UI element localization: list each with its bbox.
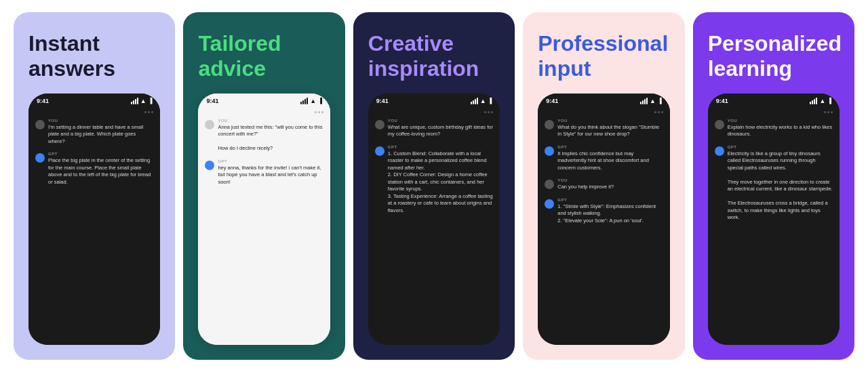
end-dot — [231, 180, 235, 184]
phone-body: YOUI'm setting a dinner table and have a… — [28, 107, 160, 345]
dots-menu[interactable] — [545, 111, 663, 113]
end-dot — [741, 216, 744, 220]
dot3 — [661, 111, 663, 113]
gpt-avatar — [375, 146, 384, 156]
dot3 — [491, 111, 493, 113]
battery-icon: ▐ — [658, 98, 662, 104]
dots-menu[interactable] — [375, 111, 493, 113]
battery-icon: ▐ — [318, 98, 322, 104]
message-row: YOUAnna just texted me this: "will you c… — [205, 119, 323, 152]
phone-status-icons: ▲ ▐ — [300, 98, 322, 104]
phone-status-icons: ▲ ▐ — [131, 98, 153, 104]
battery-icon: ▐ — [149, 98, 153, 104]
phone-topbar: 9:41 ▲ ▐ — [28, 94, 160, 107]
wifi-icon: ▲ — [819, 98, 825, 104]
phone-body: YOUAnna just texted me this: "will you c… — [198, 107, 330, 345]
gpt-avatar — [715, 146, 724, 156]
cards-container: Instant answers 9:41 ▲ ▐ YOUI'm setting … — [0, 0, 868, 372]
card-creative-inspiration: Creative inspiration 9:41 ▲ ▐ YOUWhat ar… — [353, 12, 515, 360]
you-avatar — [35, 120, 45, 129]
message-row: YOUExplain how electricity works to a ki… — [715, 119, 833, 138]
signal-icon — [131, 98, 138, 104]
message-label: YOU — [48, 119, 153, 123]
card-title-instant-answers: Instant answers — [28, 31, 160, 81]
signal-icon — [471, 98, 478, 104]
card-tailored-advice: Tailored advice 9:41 ▲ ▐ YOUAnna just te… — [183, 12, 344, 360]
phone-topbar: 9:41 ▲ ▐ — [708, 94, 840, 107]
phone-personalized-learning: 9:41 ▲ ▐ YOUExplain how electricity work… — [708, 94, 840, 345]
battery-icon: ▐ — [827, 98, 831, 104]
message-label: GPT — [728, 145, 833, 149]
wifi-icon: ▲ — [480, 98, 486, 104]
message-content: YOUWhat are unique, custom birthday gift… — [388, 119, 493, 138]
dots-menu[interactable] — [205, 111, 323, 113]
dots-menu[interactable] — [35, 111, 153, 113]
message-text: hey anna, thanks for the invite! i can't… — [218, 165, 323, 186]
card-title-professional-input: Professional input — [538, 31, 669, 81]
signal-icon — [810, 98, 817, 104]
card-professional-input: Professional input 9:41 ▲ ▐ YOUWhat do y… — [523, 12, 684, 360]
message-row: YOUI'm setting a dinner table and have a… — [35, 119, 153, 146]
phone-time: 9:41 — [376, 98, 389, 104]
message-row: GPTElectricity is like a group of tiny d… — [715, 145, 833, 222]
phone-time: 9:41 — [546, 98, 558, 104]
dot1 — [654, 111, 656, 113]
phone-status-icons: ▲ ▐ — [810, 98, 831, 104]
message-text: I'm setting a dinner table and have a sm… — [48, 124, 153, 146]
message-content: YOUI'm setting a dinner table and have a… — [48, 119, 153, 146]
you-avatar — [545, 180, 554, 189]
message-content: YOUAnna just texted me this: "will you c… — [218, 119, 323, 152]
phone-topbar: 9:41 ▲ ▐ — [368, 94, 500, 107]
message-label: GPT — [557, 145, 663, 149]
dot3 — [321, 111, 323, 113]
phone-professional-input: 9:41 ▲ ▐ YOUWhat do you think about the … — [538, 94, 669, 345]
message-content: GPT1. "Stride with Style": Emphasizes co… — [557, 198, 663, 225]
dot1 — [484, 111, 486, 113]
dot1 — [144, 111, 146, 113]
you-avatar — [545, 120, 554, 129]
dot2 — [488, 111, 490, 113]
card-title-personalized-learning: Personalized learning — [708, 31, 842, 81]
dot2 — [658, 111, 660, 113]
wifi-icon: ▲ — [140, 98, 146, 104]
message-label: GPT — [557, 198, 663, 202]
card-title-creative-inspiration: Creative inspiration — [368, 31, 500, 81]
dot2 — [148, 111, 150, 113]
message-text: It implies chic confidence but may inadv… — [557, 150, 663, 172]
gpt-avatar — [205, 161, 214, 170]
card-personalized-learning: Personalized learning 9:41 ▲ ▐ YOUExplai… — [693, 12, 854, 360]
gpt-avatar — [545, 199, 554, 209]
message-content: GPT1. Custom Blend: Collaborate with a l… — [388, 145, 493, 215]
message-label: YOU — [388, 119, 493, 123]
dot1 — [315, 111, 317, 113]
wifi-icon: ▲ — [310, 98, 316, 104]
message-row: YOUWhat do you think about the slogan "S… — [545, 119, 663, 138]
end-dot — [644, 219, 648, 222]
message-label: YOU — [557, 178, 663, 182]
dot2 — [318, 111, 320, 113]
phone-time: 9:41 — [716, 98, 728, 104]
you-avatar — [715, 120, 724, 129]
phone-topbar: 9:41 ▲ ▐ — [198, 94, 330, 107]
dots-menu[interactable] — [715, 111, 833, 113]
signal-icon — [640, 98, 648, 104]
message-text: Explain how electricity works to a kid w… — [728, 124, 833, 138]
battery-icon: ▐ — [488, 98, 492, 104]
message-row: GPTIt implies chic confidence but may in… — [545, 145, 663, 172]
message-content: GPTIt implies chic confidence but may in… — [557, 145, 663, 172]
phone-creative-inspiration: 9:41 ▲ ▐ YOUWhat are unique, custom birt… — [368, 94, 500, 345]
card-instant-answers: Instant answers 9:41 ▲ ▐ YOUI'm setting … — [14, 12, 175, 360]
message-text: What are unique, custom birthday gift id… — [388, 124, 493, 138]
message-label: GPT — [48, 152, 153, 156]
message-label: GPT — [218, 159, 323, 163]
dot3 — [831, 111, 833, 113]
dot3 — [151, 111, 153, 113]
you-avatar — [375, 120, 384, 129]
phone-body: YOUWhat are unique, custom birthday gift… — [368, 107, 500, 345]
phone-body: YOUExplain how electricity works to a ki… — [708, 107, 840, 345]
dot1 — [824, 111, 826, 113]
phone-time: 9:41 — [206, 98, 218, 104]
message-label: YOU — [728, 119, 833, 123]
message-content: YOUWhat do you think about the slogan "S… — [557, 119, 663, 138]
message-content: YOUExplain how electricity works to a ki… — [728, 119, 833, 138]
